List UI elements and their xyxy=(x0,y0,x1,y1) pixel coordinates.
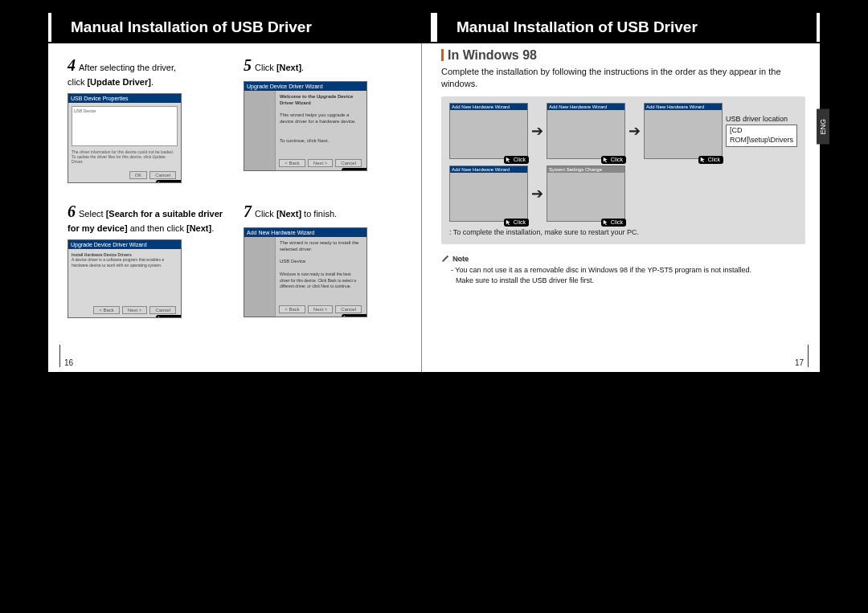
cursor-icon xyxy=(603,219,609,226)
mini-screenshot: Add New Hardware Wizard Click xyxy=(449,166,528,222)
section-title: In Windows 98 xyxy=(441,48,805,63)
cursor-icon xyxy=(700,157,706,163)
click-tag: Click xyxy=(156,315,182,318)
click-tag: Click xyxy=(342,314,367,317)
mini-screenshot: System Settings Change Click xyxy=(547,166,625,222)
step-5: 5Click [Next]. Upgrade Device Driver Wiz… xyxy=(244,55,407,183)
pencil-icon xyxy=(441,254,450,263)
step-row-1: 4After selecting the driver, click [Upda… xyxy=(68,55,407,183)
page-number-right: 17 xyxy=(795,358,804,367)
mini-screenshot: Add New Hardware Wizard Click xyxy=(547,103,625,159)
title-bar: Manual Installation of USB Driver Manual… xyxy=(48,13,820,42)
step-row-2: 6Select [Search for a suitable driver fo… xyxy=(68,201,407,318)
step-5-text: 5Click [Next]. xyxy=(244,55,407,76)
mini-screenshot: Add New Hardware Wizard Click xyxy=(449,103,528,159)
step-7: 7Click [Next] to finish. Add New Hardwar… xyxy=(244,201,407,318)
manual-spread: Manual Installation of USB Driver Manual… xyxy=(0,0,868,613)
driver-location: USB driver location [CD ROM]\setup\Drive… xyxy=(726,115,797,147)
win98-row-2: Add New Hardware Wizard Click ➔ System S… xyxy=(449,166,797,222)
note-line-1: - You can not use it as a removable disc… xyxy=(451,265,805,275)
step-4-num: 4 xyxy=(68,56,76,74)
section-bar-icon xyxy=(441,49,444,61)
corner-line xyxy=(59,345,60,367)
cursor-icon xyxy=(158,316,164,318)
arrow-icon: ➔ xyxy=(531,185,543,202)
screenshot-step-4: USB Device Properties USB Device The dri… xyxy=(68,93,182,183)
corner-line xyxy=(808,345,809,367)
note-line-2: Make sure to install the USB driver file… xyxy=(451,276,805,285)
step-4: 4After selecting the driver, click [Upda… xyxy=(68,55,231,183)
note-label: Note xyxy=(441,254,469,264)
cursor-icon xyxy=(506,219,512,226)
section-intro: Complete the installation by following t… xyxy=(441,66,805,90)
page-right: ENG In Windows 98 Complete the installat… xyxy=(422,43,820,372)
cursor-icon xyxy=(506,157,512,163)
windows98-box: Add New Hardware Wizard Click ➔ Add New … xyxy=(441,96,805,244)
click-tag: Click xyxy=(342,168,367,171)
note-block: Note - You can not use it as a removable… xyxy=(441,254,805,285)
step-5-num: 5 xyxy=(244,56,252,74)
step-7-num: 7 xyxy=(244,202,252,220)
step-7-text: 7Click [Next] to finish. xyxy=(244,201,407,223)
title-right: Manual Installation of USB Driver xyxy=(434,13,820,42)
cursor-icon xyxy=(158,181,164,183)
step-4-text: 4After selecting the driver, click [Upda… xyxy=(68,55,231,88)
step-6: 6Select [Search for a suitable driver fo… xyxy=(68,201,231,318)
step-6-text: 6Select [Search for a suitable driver fo… xyxy=(68,201,231,235)
click-tag: Click xyxy=(156,180,182,183)
screenshot-step-6: Upgrade Device Driver Wizard Install Har… xyxy=(68,239,182,318)
step-6-num: 6 xyxy=(68,202,76,220)
arrow-icon: ➔ xyxy=(531,122,543,140)
page-spread: 4After selecting the driver, click [Upda… xyxy=(48,43,820,372)
language-tab: ENG xyxy=(817,109,829,145)
cursor-icon xyxy=(603,157,609,163)
screenshot-step-7: Add New Hardware Wizard The wizard is no… xyxy=(244,227,367,317)
screenshot-step-5: Upgrade Device Driver Wizard Welcome to … xyxy=(244,81,367,171)
win98-row-1: Add New Hardware Wizard Click ➔ Add New … xyxy=(449,103,797,159)
win98-footer: : To complete the installation, make sur… xyxy=(449,228,797,236)
page-left: 4After selecting the driver, click [Upda… xyxy=(48,43,422,372)
cursor-icon xyxy=(343,170,350,172)
arrow-icon: ➔ xyxy=(628,122,641,140)
page-number-left: 16 xyxy=(64,358,73,367)
cursor-icon xyxy=(343,315,350,317)
mini-screenshot: Add New Hardware Wizard Click xyxy=(644,103,723,159)
title-left: Manual Installation of USB Driver xyxy=(48,13,434,42)
